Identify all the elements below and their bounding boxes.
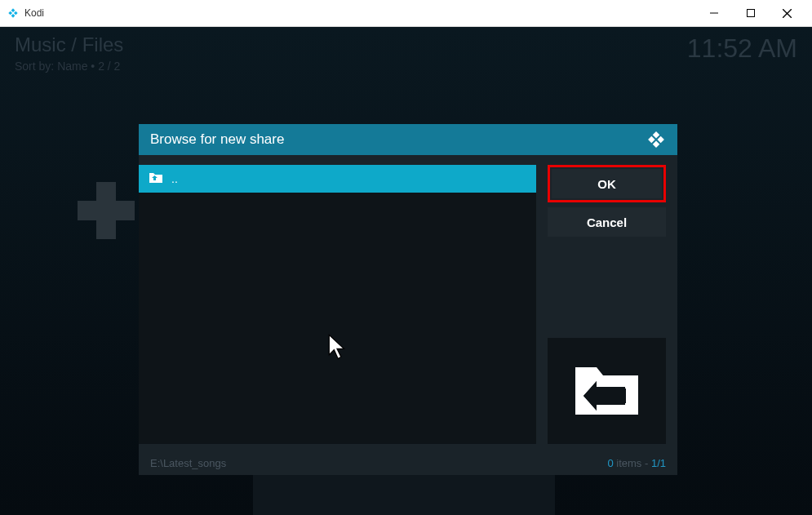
ok-button[interactable]: OK	[552, 169, 662, 198]
close-button[interactable]	[769, 1, 805, 25]
maximize-button[interactable]	[732, 1, 769, 25]
dialog-footer: E:\Latest_songs 0 items - 1/1	[139, 451, 677, 475]
svg-rect-11	[653, 140, 659, 147]
dialog-right-panel: OK Cancel	[548, 165, 666, 444]
sort-info: Sort by: Name • 2 / 2	[15, 60, 123, 73]
svg-rect-10	[648, 136, 654, 143]
window-title: Kodi	[24, 7, 44, 19]
folder-back-icon	[572, 361, 641, 421]
add-source-icon	[78, 182, 135, 239]
item-count: 0 items - 1/1	[607, 457, 666, 469]
list-item-label: ..	[171, 172, 178, 185]
bottom-panel	[253, 470, 555, 515]
svg-rect-13	[597, 388, 626, 403]
svg-rect-8	[653, 131, 659, 138]
dialog-body: .. OK Cancel	[139, 155, 677, 451]
folder-up-icon	[149, 172, 163, 186]
ok-button-highlight: OK	[548, 165, 666, 202]
kodi-main-area: Music / Files Sort by: Name • 2 / 2 11:5…	[0, 27, 812, 515]
cancel-button[interactable]: Cancel	[548, 207, 666, 237]
folder-preview	[548, 338, 666, 444]
breadcrumb: Music / Files	[15, 33, 123, 56]
browse-share-dialog: Browse for new share .. OK Cancel	[139, 124, 677, 475]
kodi-logo-icon	[646, 130, 666, 149]
kodi-app-icon	[7, 7, 20, 20]
minimize-button[interactable]	[695, 1, 732, 25]
svg-rect-3	[11, 14, 16, 18]
svg-rect-1	[14, 11, 18, 16]
list-item-parent[interactable]: ..	[139, 165, 536, 193]
file-list[interactable]: ..	[139, 165, 536, 444]
svg-rect-9	[657, 136, 663, 143]
window-controls	[695, 1, 805, 25]
svg-rect-2	[8, 11, 12, 16]
dialog-header: Browse for new share	[139, 124, 677, 155]
window-titlebar: Kodi	[0, 0, 812, 27]
svg-rect-5	[747, 10, 754, 17]
dialog-title: Browse for new share	[150, 131, 284, 148]
svg-rect-0	[11, 8, 16, 12]
kodi-header: Music / Files Sort by: Name • 2 / 2 11:5…	[15, 33, 797, 73]
clock: 11:52 AM	[687, 33, 797, 64]
current-path: E:\Latest_songs	[150, 457, 226, 469]
